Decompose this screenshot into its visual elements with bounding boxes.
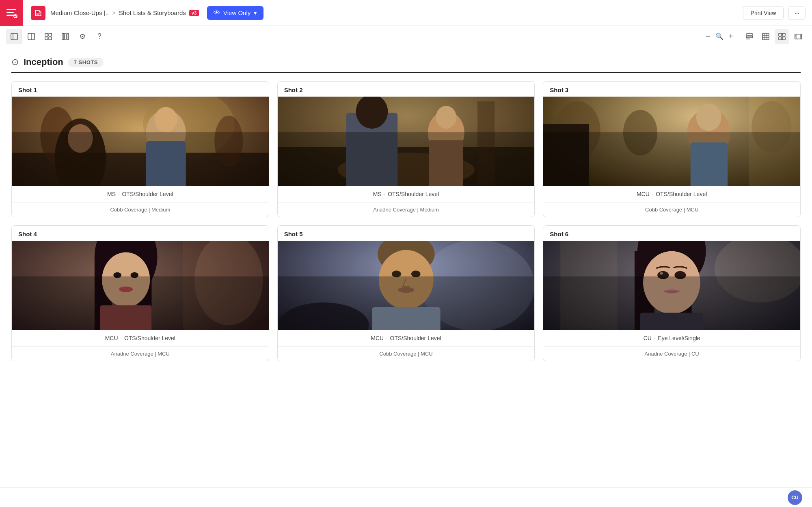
svg-point-48 [337, 153, 474, 186]
shot-label: Shot 4 [12, 226, 269, 241]
shot-type-separator: · [652, 191, 653, 197]
help-button[interactable]: ? [92, 29, 107, 44]
svg-point-70 [102, 252, 150, 307]
svg-point-85 [715, 241, 800, 302]
shot-card-1[interactable]: Shot 1 MS · OTS/Shoulder Leve [11, 81, 269, 217]
svg-rect-27 [779, 37, 782, 40]
svg-rect-20 [762, 33, 769, 40]
shot-type-separator: · [654, 335, 655, 341]
grid-view-button[interactable] [41, 29, 56, 44]
grid-view-mode-button[interactable] [775, 29, 789, 44]
shot-type: MS · OTS/Shoulder Level [18, 191, 262, 197]
shot-label: Shot 3 [543, 82, 800, 97]
shot-angle: OTS/Shoulder Level [390, 335, 441, 341]
zoom-search-icon: 🔍 [715, 32, 723, 40]
zoom-controls: − 🔍 + [702, 30, 737, 43]
more-options-button[interactable]: ··· [788, 6, 806, 20]
svg-point-91 [658, 271, 669, 279]
shot-card-4[interactable]: Shot 4 MCU · [11, 225, 269, 361]
panel-view-button[interactable] [24, 29, 39, 44]
svg-point-90 [643, 251, 700, 314]
top-bar: Medium Close-Ups |.. > Shot Lists & Stor… [0, 0, 812, 26]
shot-card-6[interactable]: Shot 6 [543, 225, 801, 361]
svg-rect-28 [782, 37, 785, 40]
project-name[interactable]: Medium Close-Ups |.. [50, 9, 109, 16]
shot-type: MCU · OTS/Shoulder Level [18, 335, 262, 341]
version-badge: v3 [189, 10, 199, 16]
shot-info: MCU · OTS/Shoulder Level [12, 330, 269, 347]
shot-type-label: MCU [637, 191, 650, 197]
shot-info: MCU · OTS/Shoulder Level [543, 186, 800, 203]
svg-rect-14 [62, 33, 64, 40]
zoom-in-button[interactable]: + [724, 30, 737, 43]
shot-image [278, 241, 535, 330]
shot-coverage: Ariadne Coverage | CU [543, 347, 800, 361]
svg-rect-0 [6, 9, 16, 10]
svg-rect-18 [746, 36, 753, 38]
svg-rect-43 [146, 141, 186, 186]
shot-type-separator: · [121, 335, 122, 341]
svg-point-71 [113, 272, 121, 278]
shot-label: Shot 2 [278, 82, 535, 97]
svg-rect-15 [65, 33, 66, 40]
filmstrip-view-mode-button[interactable] [791, 29, 806, 44]
table-view-mode-button[interactable] [758, 29, 773, 44]
svg-rect-13 [49, 37, 52, 40]
shot-type-label: MCU [371, 335, 384, 341]
breadcrumb: Medium Close-Ups |.. > Shot Lists & Stor… [50, 9, 199, 16]
shot-info: CU · Eye Level/Single [543, 330, 800, 347]
svg-rect-54 [477, 101, 495, 186]
current-section: Shot Lists & Storyboards [119, 9, 186, 16]
svg-point-79 [392, 270, 401, 277]
toolbar: ⚙ ? − 🔍 + [0, 26, 812, 47]
scene-title: Inception [24, 57, 63, 67]
shot-angle: OTS/Shoulder Level [388, 191, 439, 197]
svg-rect-10 [45, 33, 48, 36]
svg-point-72 [130, 272, 138, 278]
svg-rect-59 [543, 124, 589, 186]
chevron-down-icon: ▾ [254, 9, 257, 17]
shot-image [12, 241, 269, 330]
shot-card-2[interactable]: Shot 2 MS · OTS/Shoulder Leve [277, 81, 535, 217]
list-view-mode-button[interactable] [742, 29, 757, 44]
svg-rect-34 [801, 35, 801, 36]
shot-image [543, 97, 800, 186]
shot-card-3[interactable]: Shot 3 MCU · OTS/Shoulder Lev [543, 81, 801, 217]
shot-label: Shot 1 [12, 82, 269, 97]
columns-view-button[interactable] [58, 29, 73, 44]
shot-card-5[interactable]: Shot 5 MCU [277, 225, 535, 361]
shot-coverage: Cobb Coverage | MCU [543, 203, 800, 217]
shot-grid: Shot 1 MS · OTS/Shoulder Leve [11, 81, 801, 361]
zoom-out-button[interactable]: − [702, 30, 715, 43]
svg-point-39 [40, 107, 74, 164]
shot-image [278, 97, 535, 186]
sidebar-toggle-button[interactable] [6, 29, 22, 44]
svg-rect-26 [782, 33, 785, 36]
svg-rect-74 [100, 305, 152, 330]
svg-point-58 [623, 110, 657, 155]
svg-point-40 [214, 116, 243, 167]
print-view-button[interactable]: Print View [743, 6, 784, 20]
shot-type-label: MS [107, 191, 116, 197]
svg-point-76 [420, 241, 534, 330]
svg-rect-35 [801, 37, 801, 37]
svg-rect-46 [278, 97, 535, 186]
shot-coverage: Ariadne Coverage | MCU [12, 347, 269, 361]
view-mode-buttons [742, 29, 806, 44]
user-avatar[interactable]: CU [788, 490, 802, 505]
shot-coverage: Cobb Coverage | Medium [12, 203, 269, 217]
shot-image [543, 241, 800, 330]
eye-icon: 👁 [214, 9, 220, 17]
svg-rect-1 [6, 12, 14, 13]
settings-button[interactable]: ⚙ [75, 29, 90, 44]
shot-type-separator: · [118, 191, 119, 197]
svg-point-93 [660, 272, 663, 275]
app-logo[interactable] [0, 0, 23, 26]
svg-point-81 [398, 287, 414, 293]
svg-rect-25 [779, 33, 782, 36]
scene-header: ⊙ Inception 7 SHOTS [11, 57, 801, 67]
svg-point-45 [68, 124, 93, 153]
svg-rect-19 [746, 39, 750, 39]
shot-angle: OTS/Shoulder Level [124, 335, 175, 341]
view-only-button[interactable]: 👁 View Only ▾ [207, 6, 263, 20]
